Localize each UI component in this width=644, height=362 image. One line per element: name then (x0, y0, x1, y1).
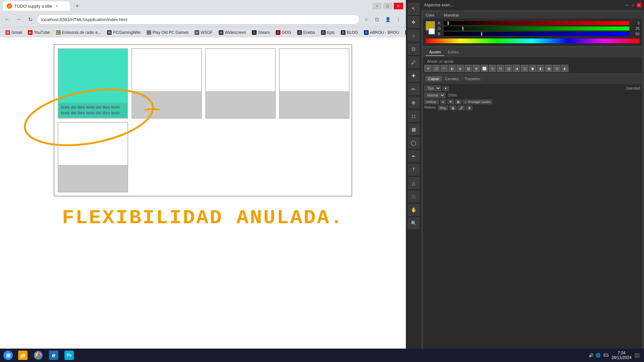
adj-btn-exposure[interactable]: ◐ (448, 65, 456, 72)
ps-tool-brush[interactable]: ✏ (408, 83, 420, 95)
bookmark-widescreen[interactable]: W Widescreen (216, 29, 249, 36)
tab-close-button[interactable]: × (54, 3, 59, 9)
ps-tool-type[interactable]: T (408, 164, 420, 176)
lock-btn[interactable]: 🔒 (449, 106, 457, 110)
ps-tool-zoom[interactable]: 🔍 (408, 217, 420, 229)
taskbar-app-ie[interactable]: e (46, 349, 61, 361)
taskbar-app-chrome[interactable] (31, 349, 46, 361)
start-button[interactable]: ⊞ (1, 349, 15, 362)
bookmark-blog[interactable]: B BLOG (338, 29, 361, 36)
refresh-button[interactable]: ↻ (25, 15, 35, 24)
back-button[interactable]: ← (3, 15, 12, 24)
layer-type-select[interactable]: Tipo (424, 85, 441, 91)
layers-tab[interactable]: Capas (426, 76, 442, 81)
bookmark-pcgamingwiki[interactable]: W PCGamingWiki (104, 29, 143, 36)
adj-btn-vibrance[interactable]: ◈ (457, 65, 464, 72)
adj-btn-channelmixer[interactable]: ⊟ (497, 65, 504, 72)
ps-tool-dodge[interactable]: ◯ (408, 137, 420, 149)
blend-mode-select[interactable]: Normal (424, 93, 445, 98)
new-tab-button[interactable]: + (72, 1, 82, 11)
bookmark-gog[interactable]: G GOG (273, 29, 294, 36)
unify-style-btn[interactable]: ▦ (455, 100, 462, 104)
ps-tool-hand[interactable]: ✋ (408, 204, 420, 216)
ps-minimize-button[interactable]: ─ (625, 3, 629, 7)
adj-btn-shadow[interactable]: ◐ (561, 65, 569, 72)
estilos-tab[interactable]: Estilos (444, 49, 462, 56)
bookmark-gmail[interactable]: M Gmail (3, 29, 24, 36)
adj-btn-curves[interactable]: 〜 (440, 65, 448, 72)
propagate-btn[interactable]: ✓ Propagar cuadro (463, 100, 492, 104)
unify-pos-btn[interactable]: ⊕ (440, 100, 446, 104)
adj-btn-gradient[interactable]: ▦ (545, 65, 552, 72)
ps-tool-crop[interactable]: ⊡ (408, 43, 420, 55)
ps-tool-path[interactable]: △ (408, 177, 420, 189)
language-indicator[interactable]: ES (603, 353, 609, 358)
ps-tool-clone[interactable]: ⊕ (408, 97, 420, 109)
clock[interactable]: 7:34 28/11/2024 (611, 351, 632, 360)
adj-btn-brightness[interactable]: ☀ (424, 65, 432, 72)
trash-btn[interactable]: 🗑 (466, 106, 473, 110)
address-bar[interactable]: localhost:8383/HTML5Application/index.ht… (37, 14, 360, 24)
adj-btn-pattern[interactable]: ⊡ (553, 65, 560, 72)
layers-panel-header[interactable]: Capas Canales Trazados (423, 75, 642, 84)
menu-icon[interactable]: ⋮ (394, 15, 403, 24)
adj-btn-photofilter[interactable]: ◎ (489, 65, 496, 72)
ps-tool-eraser[interactable]: ◻ (408, 110, 420, 122)
ps-tool-gradient[interactable]: ▦ (408, 123, 420, 135)
ajustes-tab[interactable]: Ajustes (426, 49, 444, 56)
ps-tool-move[interactable]: ✥ (408, 16, 420, 28)
unify-vis-btn[interactable]: 👁 (447, 100, 454, 104)
ps-tool-eyedropper[interactable]: 🖊 (408, 56, 420, 68)
background-color-swatch[interactable] (428, 28, 435, 35)
bookmark-youtube[interactable]: ▶ YouTube (25, 29, 52, 36)
forward-button[interactable]: → (14, 15, 23, 24)
ps-tool-shape[interactable]: □ (408, 190, 420, 202)
b-slider[interactable] (444, 32, 629, 36)
minimize-button[interactable]: − (372, 3, 382, 9)
adj-btn-bw[interactable]: ⬜ (481, 65, 488, 72)
adj-btn-threshold[interactable]: ◼ (529, 65, 536, 72)
bookmark-icon[interactable]: ☆ (362, 15, 371, 24)
extensions-icon[interactable]: ⊡ (372, 15, 382, 24)
browser-tab[interactable]: ⊙ TODO supply a title × (3, 1, 70, 11)
adjustments-panel-header[interactable]: Ajustes Estilos (423, 47, 642, 57)
tray-network[interactable]: 🌐 (596, 353, 601, 358)
adj-btn-hsl[interactable]: ▨ (465, 65, 472, 72)
adj-btn-levels[interactable]: ◫ (432, 65, 440, 72)
adj-btn-colorbalance[interactable]: ⊞ (473, 65, 480, 72)
taskbar-app-files[interactable]: 📁 (15, 349, 30, 361)
ps-tool-lasso[interactable]: ○ (408, 29, 420, 42)
bookmark-eneba[interactable]: E Eneba (294, 29, 318, 36)
bookmark-ebrou[interactable]: B eBROU - BROU (361, 29, 402, 36)
bookmark-epic[interactable]: E Epic (318, 29, 337, 36)
blog-btn[interactable]: Blog. (438, 106, 448, 110)
channels-tab[interactable]: Canales (442, 76, 461, 81)
close-button[interactable]: × (394, 3, 403, 9)
ps-tool-arrow[interactable]: ↖ (408, 3, 420, 15)
link-btn[interactable]: 🔗 (458, 106, 465, 110)
profile-icon[interactable]: 👤 (383, 15, 392, 24)
ps-tool-heal[interactable]: ✚ (408, 70, 420, 82)
maximize-button[interactable]: □ (383, 3, 392, 9)
bookmark-emisoras[interactable]: 📻 Emisoras de radio e... (53, 29, 104, 36)
r-slider[interactable] (444, 21, 629, 25)
color-panel-header[interactable]: Color Muestras (423, 12, 642, 18)
ps-maximize-button[interactable]: □ (631, 3, 635, 7)
ps-tool-pen[interactable]: ✒ (408, 150, 420, 162)
tray-sound[interactable]: 🔊 (589, 353, 594, 358)
taskbar-app-photoshop[interactable]: Ps (62, 349, 76, 361)
bookmark-steam[interactable]: S Steam (249, 29, 272, 36)
color-gradient-bar[interactable] (426, 39, 640, 43)
layer-filter-btn[interactable]: ▼ (442, 86, 449, 91)
paths-tab[interactable]: Trazados (462, 76, 482, 81)
ps-close-button[interactable]: × (637, 3, 641, 7)
bookmark-playold[interactable]: 🎮 Play Old PC Games (144, 29, 191, 36)
adj-btn-invert[interactable]: ◑ (513, 65, 520, 72)
adj-btn-posterize[interactable]: ◫ (521, 65, 528, 72)
adj-btn-selective[interactable]: ◧ (537, 65, 544, 72)
bookmark-wsgf[interactable]: W WSGF (192, 29, 215, 36)
g-slider[interactable] (444, 26, 629, 31)
unify-button[interactable]: Unificar: (424, 100, 439, 104)
show-desktop-button[interactable]: ⬛ (634, 353, 640, 358)
adj-btn-colorlookup[interactable]: ▥ (505, 65, 512, 72)
